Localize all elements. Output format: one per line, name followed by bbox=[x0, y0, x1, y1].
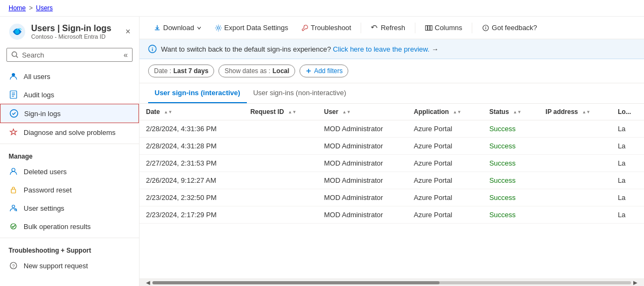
sidebar-item-user-settings[interactable]: User settings bbox=[0, 199, 139, 217]
deleted-user-icon bbox=[9, 167, 18, 176]
info-link[interactable]: Click here to leave the preview. bbox=[333, 45, 429, 53]
chevron-down-icon bbox=[196, 25, 202, 31]
table-row[interactable]: 2/27/2024, 2:31:53 PM MOD Administrator … bbox=[140, 155, 644, 172]
refresh-button[interactable]: Refresh bbox=[365, 21, 411, 34]
columns-icon bbox=[425, 24, 433, 32]
show-dates-value: Local bbox=[273, 67, 289, 75]
scrollbar-track[interactable] bbox=[152, 281, 631, 284]
password-icon bbox=[9, 185, 18, 195]
scroll-right-button[interactable]: ▶ bbox=[631, 280, 640, 285]
column-ip-address[interactable]: IP address ▲▼ bbox=[539, 104, 612, 120]
table-row[interactable]: 2/28/2024, 4:31:36 PM MOD Administrator … bbox=[140, 120, 644, 138]
search-placeholder: Search bbox=[22, 51, 44, 59]
troubleshoot-button[interactable]: Troubleshoot bbox=[296, 21, 356, 34]
search-input[interactable]: Search « bbox=[6, 48, 133, 62]
cell-request-id bbox=[244, 189, 317, 206]
cell-location: La bbox=[611, 172, 644, 189]
export-data-settings-button[interactable]: Export Data Settings bbox=[209, 21, 294, 34]
cell-ip-address bbox=[539, 155, 612, 172]
cell-location: La bbox=[611, 206, 644, 224]
show-dates-chip[interactable]: Show dates as : Local bbox=[218, 65, 295, 77]
svg-point-17 bbox=[217, 26, 219, 28]
cell-location: La bbox=[611, 155, 644, 172]
sidebar-item-label: User settings bbox=[24, 204, 64, 212]
cell-date: 2/28/2024, 4:31:28 PM bbox=[140, 138, 244, 155]
cell-status: Success bbox=[483, 138, 539, 155]
scrollbar-thumb[interactable] bbox=[152, 281, 440, 284]
feedback-label: Got feedback? bbox=[492, 24, 537, 32]
breadcrumb-current[interactable]: Users bbox=[36, 4, 53, 12]
svg-point-22 bbox=[485, 26, 486, 27]
sidebar-item-bulk-operation[interactable]: Bulk operation results bbox=[0, 217, 139, 235]
column-user[interactable]: User ▲▼ bbox=[318, 104, 407, 120]
sidebar-item-deleted-users[interactable]: Deleted users bbox=[0, 162, 139, 181]
cell-user: MOD Administrator bbox=[318, 155, 407, 172]
app-logo bbox=[9, 23, 26, 40]
sidebar-search-container: Search « bbox=[0, 45, 139, 67]
cell-date: 2/23/2024, 2:32:50 PM bbox=[140, 189, 244, 206]
cell-request-id bbox=[244, 155, 317, 172]
download-label: Download bbox=[163, 24, 194, 32]
sidebar: Users | Sign-in logs Contoso - Microsoft… bbox=[0, 17, 140, 286]
tab-interactive[interactable]: User sign-ins (interactive) bbox=[148, 83, 247, 103]
feedback-button[interactable]: Got feedback? bbox=[477, 21, 543, 34]
sidebar-title: Users | Sign-in logs bbox=[31, 24, 111, 33]
sidebar-item-label: Password reset bbox=[24, 186, 72, 194]
cell-user: MOD Administrator bbox=[318, 189, 407, 206]
column-status[interactable]: Status ▲▼ bbox=[483, 104, 539, 120]
svg-line-3 bbox=[16, 56, 18, 58]
collapse-sidebar-button[interactable]: « bbox=[123, 51, 128, 59]
column-request-id[interactable]: Request ID ▲▼ bbox=[244, 104, 317, 120]
svg-rect-11 bbox=[11, 189, 16, 193]
cell-date: 2/23/2024, 2:17:29 PM bbox=[140, 206, 244, 224]
sort-icon: ▲▼ bbox=[164, 110, 172, 115]
scroll-left-button[interactable]: ◀ bbox=[144, 280, 152, 285]
refresh-icon bbox=[371, 24, 378, 32]
table-row[interactable]: 2/23/2024, 2:32:50 PM MOD Administrator … bbox=[140, 189, 644, 206]
table-row[interactable]: 2/26/2024, 9:12:27 AM MOD Administrator … bbox=[140, 172, 644, 189]
close-panel-button[interactable]: × bbox=[126, 27, 130, 37]
svg-point-1 bbox=[15, 30, 19, 34]
sidebar-item-new-support[interactable]: ? New support request bbox=[0, 256, 139, 275]
cell-status: Success bbox=[483, 172, 539, 189]
sort-icon: ▲▼ bbox=[513, 110, 522, 115]
table-row[interactable]: 2/28/2024, 4:31:28 PM MOD Administrator … bbox=[140, 138, 644, 155]
sidebar-item-diagnose[interactable]: Diagnose and solve problems bbox=[0, 123, 139, 141]
columns-button[interactable]: Columns bbox=[420, 21, 467, 34]
cell-application: Azure Portal bbox=[407, 155, 483, 172]
horizontal-scrollbar[interactable]: ◀ ▶ bbox=[140, 278, 644, 286]
svg-text:i: i bbox=[152, 47, 153, 52]
refresh-label: Refresh bbox=[380, 24, 405, 32]
sidebar-item-all-users[interactable]: All users bbox=[0, 67, 139, 85]
sidebar-header: Users | Sign-in logs Contoso - Microsoft… bbox=[0, 17, 139, 45]
add-filter-label: Add filters bbox=[314, 67, 342, 75]
feedback-icon bbox=[482, 24, 489, 32]
svg-point-2 bbox=[12, 52, 17, 56]
cell-application: Azure Portal bbox=[407, 189, 483, 206]
columns-label: Columns bbox=[435, 24, 462, 32]
date-filter-chip[interactable]: Date : Last 7 days bbox=[148, 65, 214, 77]
sidebar-item-password-reset[interactable]: Password reset bbox=[0, 181, 139, 199]
sidebar-navigation: All users Audit logs Sign-in logs bbox=[0, 67, 139, 286]
content-toolbar: Download Export Data Settings Troublesho… bbox=[140, 17, 644, 39]
sidebar-item-sign-in-logs[interactable]: Sign-in logs bbox=[0, 104, 139, 123]
breadcrumb-home[interactable]: Home bbox=[9, 4, 26, 12]
add-filter-button[interactable]: Add filters bbox=[299, 65, 348, 77]
sidebar-item-label: Bulk operation results bbox=[24, 223, 91, 231]
table-row[interactable]: 2/23/2024, 2:17:29 PM MOD Administrator … bbox=[140, 206, 644, 224]
download-button[interactable]: Download bbox=[148, 21, 207, 34]
svg-text:?: ? bbox=[12, 263, 14, 269]
column-date[interactable]: Date ▲▼ bbox=[140, 104, 244, 120]
cell-application: Azure Portal bbox=[407, 120, 483, 138]
cell-date: 2/26/2024, 9:12:27 AM bbox=[140, 172, 244, 189]
column-location[interactable]: Lo... bbox=[611, 104, 644, 120]
breadcrumb: Home > Users bbox=[0, 0, 644, 17]
sidebar-item-audit-logs[interactable]: Audit logs bbox=[0, 85, 139, 104]
svg-point-4 bbox=[12, 73, 15, 76]
sidebar-item-label: Deleted users bbox=[24, 168, 67, 176]
cell-date: 2/28/2024, 4:31:36 PM bbox=[140, 120, 244, 138]
sort-icon: ▲▼ bbox=[582, 110, 590, 115]
tab-non-interactive[interactable]: User sign-ins (non-interactive) bbox=[247, 83, 353, 103]
toolbar-divider-3 bbox=[472, 23, 472, 33]
column-application[interactable]: Application ▲▼ bbox=[407, 104, 483, 120]
